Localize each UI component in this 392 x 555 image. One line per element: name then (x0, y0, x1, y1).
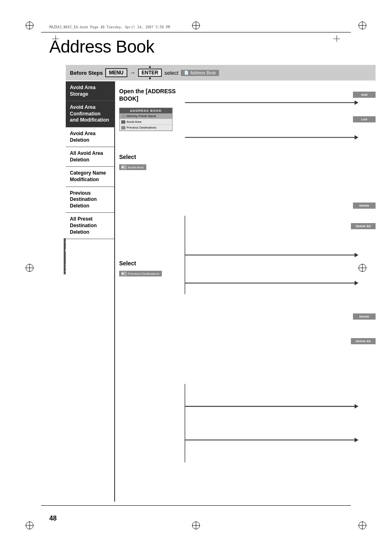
enter-button[interactable]: ENTER (138, 69, 162, 77)
reg-mark-top-right (357, 21, 367, 30)
delete-all-avoid-button[interactable]: Delete All (351, 223, 376, 229)
menu-button[interactable]: MENU (105, 68, 127, 77)
bottom-rule (41, 505, 351, 506)
select1-label: Select (119, 154, 181, 160)
right-column: Add List Delete Delete All Delete Delete… (185, 81, 376, 502)
svg-marker-37 (355, 438, 358, 442)
select2-area: Select ▶ Previous Destinations (119, 260, 181, 278)
reg-mark-center-bottom (191, 520, 201, 530)
prev-dest-chip-icon: ▶ (122, 272, 127, 276)
address-book-screenshot: ADDRESS BOOK Memory Points Name Avoid Ar… (119, 108, 173, 131)
svg-marker-32 (355, 281, 358, 286)
avoid-area-chip-icon: ▶ (122, 165, 127, 169)
sidebar-item-avoid-area-storage[interactable]: Avoid Area Storage (66, 81, 114, 101)
sidebar-item-category-name-modification[interactable]: Category Name Modification (66, 167, 114, 187)
sidebar-item-avoid-area-deletion[interactable]: Avoid Area Deletion (66, 127, 114, 147)
prev-dest-chip: ▶ Previous Destinations (119, 271, 162, 276)
add-button[interactable]: Add (353, 92, 376, 98)
before-steps-label: Before Steps (70, 70, 103, 76)
avoid-area-chip: ▶ Avoid Area (119, 164, 146, 170)
reg-mark-bottom-right (357, 520, 367, 530)
enter-arrows: ▲ ENTER ▼ (138, 65, 162, 81)
flow-diagram (185, 81, 376, 502)
svg-marker-30 (355, 253, 358, 257)
open-address-label: Open the [ADDRESS BOOK] (119, 85, 181, 108)
sidebar-item-all-preset-destination-deletion[interactable]: All Preset Destination Deletion (66, 213, 114, 239)
reg-mark-bottom-left (25, 520, 35, 530)
memory-icon (121, 115, 125, 118)
reg-mark-mid-left (25, 263, 35, 273)
sidebar: Avoid Area Storage Avoid Area Confirmati… (66, 81, 115, 502)
ab-row-memory: Memory Points Name (120, 113, 172, 119)
crosshair-tr (333, 35, 340, 42)
sidebar-item-avoid-area-confirmation[interactable]: Avoid Area Confirmation and Modification (66, 101, 114, 127)
svg-marker-27 (355, 135, 358, 140)
before-steps-bar: Before Steps MENU → ▲ ENTER ▼ select 📄 A… (66, 65, 376, 81)
list-button[interactable]: List (353, 116, 376, 122)
page-title: Address Book (49, 37, 154, 57)
top-rule (41, 32, 351, 32)
center-column: Open the [ADDRESS BOOK] ADDRESS BOOK Mem… (115, 81, 185, 502)
reg-mark-center-top (191, 21, 201, 30)
file-info: MAZDA3_NAVI_EA.book Page 48 Tuesday, Apr… (49, 25, 170, 29)
page-number: 48 (49, 515, 57, 522)
select2-label: Select (119, 260, 181, 267)
avoid-icon (121, 120, 125, 124)
select-text: select (164, 70, 178, 76)
sidebar-item-all-avoid-area-deletion[interactable]: All Avoid Area Deletion (66, 147, 114, 167)
svg-marker-35 (355, 404, 358, 409)
delete-prev-button[interactable]: Delete (353, 313, 376, 320)
ab-header: ADDRESS BOOK (120, 108, 172, 113)
address-book-chip: 📄 Address Book (181, 70, 219, 76)
select1-area: Select ▶ Avoid Area (119, 154, 181, 172)
delete-avoid-button[interactable]: Delete (353, 203, 376, 209)
svg-marker-25 (355, 100, 358, 105)
arrow-to-enter: → (130, 69, 136, 76)
ab-row-avoid: Avoid Area (120, 119, 172, 125)
open-title: Open the [ADDRESS BOOK] (119, 88, 181, 102)
ab-row-prev: Previous Destinations (120, 125, 172, 131)
delete-all-prev-button[interactable]: Delete All (351, 338, 376, 344)
main-content: Avoid Area Storage Avoid Area Confirmati… (66, 81, 376, 502)
reg-mark-top-left (25, 21, 35, 30)
prev-dest-icon (121, 126, 125, 129)
sidebar-item-previous-destination-deletion[interactable]: Previous Destination Deletion (66, 187, 114, 213)
